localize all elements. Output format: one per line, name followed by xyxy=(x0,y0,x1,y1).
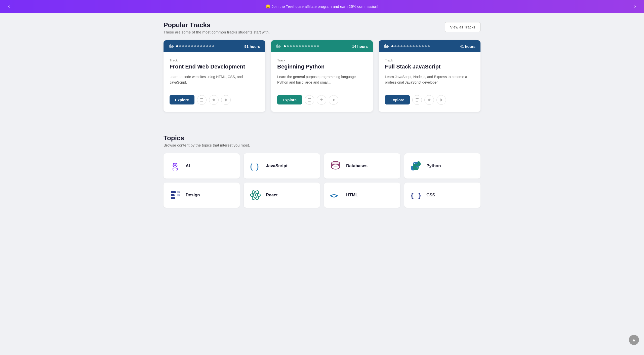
svg-rect-5 xyxy=(200,98,203,99)
svg-marker-26 xyxy=(440,98,443,101)
track-card-fullstack: 41 hours Track Full Stack JavaScript Lea… xyxy=(379,40,480,112)
topic-name-python: Python xyxy=(426,163,441,168)
section-divider xyxy=(164,124,480,124)
track-desc-frontend: Learn to code websites using HTML, CSS, … xyxy=(170,74,259,88)
progress-dots-fullstack xyxy=(391,45,430,47)
topic-name-ai: AI xyxy=(186,163,190,168)
svg-rect-25 xyxy=(416,101,418,101)
banner-text-after: and earn 25% commission! xyxy=(333,4,378,9)
svg-marker-17 xyxy=(333,98,335,101)
topic-card-design[interactable]: Design xyxy=(164,183,240,208)
track-card-header-frontend: 51 hours xyxy=(164,40,265,52)
track-card-header-fullstack: 41 hours xyxy=(379,40,480,52)
banner-next-button[interactable]: › xyxy=(631,2,639,11)
topic-card-react[interactable]: React xyxy=(244,183,320,208)
svg-rect-21 xyxy=(387,45,388,48)
header-left-python xyxy=(276,44,319,49)
explore-button-fullstack[interactable]: Explore xyxy=(385,95,410,104)
svg-rect-14 xyxy=(308,98,311,99)
track-name-fullstack: Full Stack JavaScript xyxy=(385,63,474,70)
popular-tracks-title: Popular Tracks xyxy=(164,21,270,29)
track-actions-fullstack: Explore xyxy=(385,95,474,105)
svg-rect-38 xyxy=(176,168,177,170)
play-icon-btn-fullstack[interactable] xyxy=(436,95,446,105)
topic-card-ai[interactable]: AI xyxy=(164,153,240,179)
svg-rect-24 xyxy=(416,100,418,100)
badge-icon-btn-python[interactable] xyxy=(317,95,326,105)
curriculum-icon-btn-frontend[interactable] xyxy=(197,95,207,105)
svg-rect-22 xyxy=(388,46,389,47)
svg-point-43 xyxy=(417,167,418,168)
svg-rect-19 xyxy=(385,44,386,48)
track-card-frontend: 51 hours Track Front End Web Development… xyxy=(164,40,265,112)
svg-rect-10 xyxy=(277,44,278,48)
track-equalizer-icon-frontend xyxy=(169,44,174,49)
svg-rect-18 xyxy=(384,45,385,48)
ai-icon xyxy=(169,159,182,172)
banner-emoji: 😊 xyxy=(266,4,270,9)
play-icon-btn-python[interactable] xyxy=(329,95,338,105)
topic-name-databases: Databases xyxy=(346,163,368,168)
curriculum-icon-btn-python[interactable] xyxy=(305,95,314,105)
svg-rect-16 xyxy=(308,101,311,101)
header-left-frontend xyxy=(169,44,214,49)
announcement-banner: ‹ 😊 Join the Treehouse affiliate program… xyxy=(0,0,644,13)
svg-rect-1 xyxy=(170,44,171,48)
track-card-body-fullstack: Track Full Stack JavaScript Learn JavaSc… xyxy=(379,52,480,112)
topics-title: Topics xyxy=(164,134,250,142)
svg-rect-11 xyxy=(278,46,279,48)
explore-button-frontend[interactable]: Explore xyxy=(170,95,194,104)
progress-dots-python xyxy=(284,45,319,47)
play-icon-btn-frontend[interactable] xyxy=(221,95,231,105)
css-icon: { } xyxy=(409,189,422,202)
svg-line-33 xyxy=(173,163,174,164)
track-type-python: Track xyxy=(277,58,367,62)
svg-rect-46 xyxy=(171,197,175,199)
svg-rect-4 xyxy=(173,46,174,47)
curriculum-icon-btn-fullstack[interactable] xyxy=(412,95,422,105)
track-actions-python: Explore xyxy=(277,95,367,105)
track-card-header-python: 14 hours xyxy=(271,40,373,52)
banner-prev-button[interactable]: ‹ xyxy=(5,2,13,11)
topic-card-python[interactable]: Python xyxy=(404,153,480,179)
topic-card-javascript[interactable]: ( ) JavaScript xyxy=(244,153,320,179)
track-name-frontend: Front End Web Development xyxy=(170,63,259,70)
javascript-icon: ( ) xyxy=(249,159,262,172)
svg-line-36 xyxy=(173,166,174,167)
badge-icon-btn-frontend[interactable] xyxy=(209,95,219,105)
topic-card-html[interactable]: <> HTML xyxy=(324,183,400,208)
scroll-to-top-button[interactable]: ▲ xyxy=(629,335,639,345)
svg-rect-9 xyxy=(276,45,277,48)
topic-name-react: React xyxy=(266,193,277,198)
svg-rect-2 xyxy=(171,46,172,48)
svg-text:{ }: { } xyxy=(410,192,422,199)
svg-marker-8 xyxy=(225,98,227,101)
svg-rect-15 xyxy=(308,100,310,100)
svg-point-50 xyxy=(255,194,256,196)
view-all-tracks-button[interactable]: View all Tracks xyxy=(445,22,480,32)
svg-rect-20 xyxy=(386,46,387,48)
svg-rect-13 xyxy=(280,46,281,47)
svg-rect-3 xyxy=(172,45,173,48)
topic-card-css[interactable]: { } CSS xyxy=(404,183,480,208)
banner-affiliate-link[interactable]: Treehouse affiliate program xyxy=(286,4,332,9)
topic-card-databases[interactable]: Databases xyxy=(324,153,400,179)
svg-text:<>: <> xyxy=(330,192,338,199)
svg-line-34 xyxy=(177,166,177,167)
explore-button-python[interactable]: Explore xyxy=(277,95,302,104)
svg-line-35 xyxy=(177,163,177,164)
track-type-frontend: Track xyxy=(170,58,259,62)
svg-rect-45 xyxy=(171,194,175,196)
track-type-fullstack: Track xyxy=(385,58,474,62)
track-equalizer-icon-fullstack xyxy=(384,44,389,49)
popular-tracks-subtitle: These are some of the most common tracks… xyxy=(164,30,270,34)
track-desc-python: Learn the general purpose programming la… xyxy=(277,74,367,88)
topics-grid: AI ( ) JavaScript Databases xyxy=(164,153,480,208)
banner-text: 😊 Join the Treehouse affiliate program a… xyxy=(266,4,378,9)
python-icon xyxy=(409,159,422,172)
design-icon xyxy=(169,189,182,202)
tracks-grid: 51 hours Track Front End Web Development… xyxy=(164,40,480,112)
topic-name-javascript: JavaScript xyxy=(266,163,288,168)
svg-rect-0 xyxy=(169,45,170,48)
badge-icon-btn-fullstack[interactable] xyxy=(424,95,434,105)
